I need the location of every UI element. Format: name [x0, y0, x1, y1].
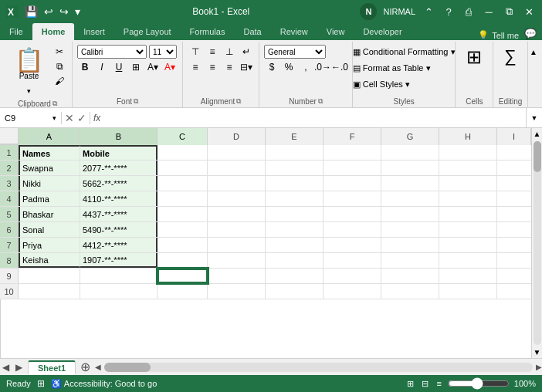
- cell-D4[interactable]: [208, 191, 266, 206]
- tab-formulas[interactable]: Formulas: [181, 23, 235, 40]
- cell-E10[interactable]: [266, 284, 324, 299]
- align-right-button[interactable]: ≡: [222, 60, 237, 74]
- row-num-4[interactable]: 4: [0, 191, 19, 206]
- cell-G8[interactable]: [381, 253, 439, 268]
- cell-A4[interactable]: Padma: [19, 191, 80, 206]
- cell-F10[interactable]: [324, 284, 381, 299]
- sheet-tab-1[interactable]: Sheet1: [28, 360, 76, 374]
- status-icon[interactable]: ⊞: [37, 378, 45, 389]
- cell-A6[interactable]: Sonal: [19, 222, 80, 237]
- minimize-button[interactable]: ─: [482, 5, 496, 19]
- tab-file[interactable]: File: [0, 23, 32, 40]
- h-scroll-left-button[interactable]: ◀: [95, 363, 101, 371]
- cell-F1[interactable]: [324, 145, 381, 160]
- cell-D6[interactable]: [208, 222, 266, 237]
- row-num-5[interactable]: 5: [0, 207, 19, 221]
- cell-C4[interactable]: ⬅: [158, 191, 208, 206]
- cell-E8[interactable]: [266, 253, 324, 268]
- tab-home[interactable]: Home: [32, 23, 75, 40]
- cell-G5[interactable]: [381, 207, 439, 221]
- tab-insert[interactable]: Insert: [74, 23, 114, 40]
- share-comments-button[interactable]: 💬: [523, 26, 537, 40]
- cell-F4[interactable]: [324, 191, 381, 206]
- cell-D10[interactable]: [208, 284, 266, 299]
- cell-E1[interactable]: [266, 145, 324, 160]
- name-box[interactable]: C9 ▾: [0, 112, 62, 124]
- cell-C10[interactable]: [158, 284, 208, 299]
- tab-page-layout[interactable]: Page Layout: [114, 23, 181, 40]
- cell-C6[interactable]: [158, 222, 208, 237]
- cell-D9[interactable]: [208, 269, 266, 283]
- scroll-up-button[interactable]: ▲: [532, 128, 542, 140]
- cell-C5[interactable]: [158, 207, 208, 221]
- cell-A5[interactable]: Bhaskar: [19, 207, 80, 221]
- percent-button[interactable]: %: [281, 60, 296, 74]
- cell-F2[interactable]: [324, 161, 381, 175]
- cell-H5[interactable]: [439, 207, 497, 221]
- alignment-expand-icon[interactable]: ⧉: [236, 97, 241, 106]
- cell-C3[interactable]: [158, 176, 208, 191]
- cell-A10[interactable]: [19, 284, 80, 299]
- number-expand-icon[interactable]: ⧉: [318, 97, 323, 106]
- cell-A7[interactable]: Priya: [19, 238, 80, 252]
- cell-C9[interactable]: [158, 269, 208, 283]
- cell-G1[interactable]: [381, 145, 439, 160]
- cancel-formula-button[interactable]: ✕: [65, 112, 74, 124]
- row-num-2[interactable]: 2: [0, 161, 19, 175]
- merge-button[interactable]: ⊟▾: [239, 60, 254, 74]
- row-num-10[interactable]: 10: [0, 284, 19, 299]
- cell-G3[interactable]: [381, 176, 439, 191]
- ribbon-collapse-arrow[interactable]: ▲: [528, 45, 539, 59]
- col-header-A[interactable]: A: [19, 128, 80, 145]
- cell-E3[interactable]: [266, 176, 324, 191]
- close-button[interactable]: ✕: [522, 5, 536, 19]
- align-middle-button[interactable]: ≡: [205, 45, 220, 59]
- cell-E9[interactable]: [266, 269, 324, 283]
- border-button[interactable]: ⊞: [128, 60, 144, 74]
- sheet-scroll-left[interactable]: ◀: [0, 362, 12, 373]
- scroll-thumb[interactable]: [534, 141, 541, 172]
- cell-B8[interactable]: 1907-**-****: [80, 253, 158, 268]
- font-color-button[interactable]: A▾: [162, 60, 178, 74]
- undo-button[interactable]: ↩: [42, 4, 55, 19]
- currency-button[interactable]: $: [264, 60, 279, 74]
- col-header-H[interactable]: H: [439, 128, 497, 145]
- cell-D1[interactable]: [208, 145, 266, 160]
- cell-H6[interactable]: [439, 222, 497, 237]
- cell-F3[interactable]: [324, 176, 381, 191]
- formula-bar-expand[interactable]: ▼: [527, 111, 542, 125]
- col-header-D[interactable]: D: [208, 128, 266, 145]
- cell-A1[interactable]: Names: [19, 145, 80, 160]
- cell-C7[interactable]: [158, 238, 208, 252]
- col-header-I[interactable]: I: [497, 128, 531, 145]
- cell-D2[interactable]: [208, 161, 266, 175]
- col-header-F[interactable]: F: [324, 128, 381, 145]
- cell-F6[interactable]: [324, 222, 381, 237]
- cell-E2[interactable]: [266, 161, 324, 175]
- format-painter-button[interactable]: 🖌: [52, 74, 67, 88]
- page-break-view-button[interactable]: ≡: [435, 379, 442, 388]
- font-size-select[interactable]: 11: [149, 45, 177, 59]
- cell-A2[interactable]: Swapna: [19, 161, 80, 175]
- decrease-decimal-button[interactable]: ←.0: [332, 60, 347, 74]
- cell-C1[interactable]: [158, 145, 208, 160]
- cell-B1[interactable]: Mobile: [80, 145, 158, 160]
- cell-C2[interactable]: [158, 161, 208, 175]
- increase-decimal-button[interactable]: .0→: [315, 60, 330, 74]
- tab-review[interactable]: Review: [271, 23, 317, 40]
- wrap-text-button[interactable]: ↵: [239, 45, 254, 59]
- cell-B4[interactable]: 4110-**-****: [80, 191, 158, 206]
- cell-E6[interactable]: [266, 222, 324, 237]
- cell-H10[interactable]: [439, 284, 497, 299]
- cell-styles-button[interactable]: ▣ Cell Styles ▾: [348, 77, 460, 92]
- cell-H3[interactable]: [439, 176, 497, 191]
- help-button[interactable]: ?: [442, 5, 456, 19]
- cell-G10[interactable]: [381, 284, 439, 299]
- cell-F5[interactable]: [324, 207, 381, 221]
- page-layout-view-button[interactable]: ⊟: [420, 379, 430, 389]
- number-format-select[interactable]: General: [264, 45, 326, 59]
- italic-button[interactable]: I: [94, 60, 110, 74]
- clipboard-expand-icon[interactable]: ⧉: [53, 100, 57, 108]
- quick-access-dropdown[interactable]: ▾: [73, 4, 82, 19]
- tab-view[interactable]: View: [317, 23, 354, 40]
